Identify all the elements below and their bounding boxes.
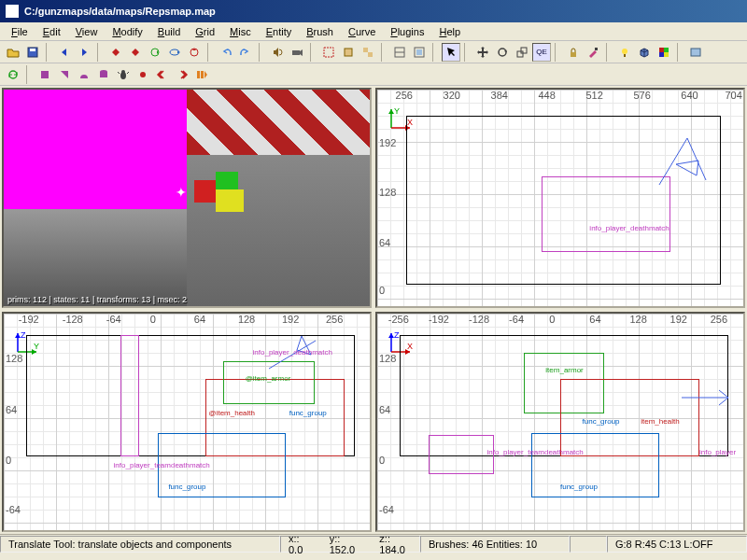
entity-label: info_player_teamdeathmatch [487,448,584,456]
region-xy-button[interactable] [359,43,377,62]
patch-bevel-button[interactable] [55,65,74,84]
lock-button[interactable] [564,43,583,62]
region-off-button[interactable] [339,43,358,62]
svg-rect-1 [30,49,35,51]
move-tool-button[interactable] [473,43,492,62]
camera-button[interactable] [288,43,306,62]
workspace: ✦ prims: 112 | states: 11 | transforms: … [0,86,747,534]
open-button[interactable] [4,43,22,62]
status-tool: Translate Tool: translate objects and co… [0,536,280,553]
grid-prev-button[interactable] [153,65,172,84]
svg-rect-8 [363,48,368,52]
menu-entity[interactable]: Entity [259,24,300,39]
svg-rect-34 [197,71,200,78]
entity-label: info_player_deathmatch [253,348,332,357]
save-button[interactable] [23,43,42,62]
flip-y-button[interactable] [126,43,145,62]
entity-label: func_group [168,483,205,491]
svg-rect-24 [664,52,669,57]
viewport-3d-perspective[interactable]: ✦ prims: 112 | states: 11 | transforms: … [2,88,372,308]
toolbar-separator [46,43,51,62]
menu-build[interactable]: Build [150,24,188,39]
svg-point-14 [499,49,506,56]
bug-icon[interactable] [114,65,133,84]
sound-button[interactable] [268,43,287,62]
patch-endcap-button[interactable] [75,65,93,84]
scale-tool-button[interactable] [513,43,531,62]
svg-rect-21 [659,48,664,52]
toolbar-separator [677,43,683,62]
secondary-toolbar [0,63,747,86]
svg-rect-9 [368,52,373,57]
undo-button[interactable] [217,43,235,62]
redo-button[interactable] [236,43,255,62]
menu-file[interactable]: File [4,24,35,39]
app-icon [6,5,19,18]
svg-line-31 [118,72,120,74]
nav-next-button[interactable] [75,43,93,62]
light-button[interactable] [615,43,634,62]
select-tool-button[interactable] [442,43,460,62]
menu-curve[interactable]: Curve [341,24,383,39]
status-bar: Translate Tool: translate objects and co… [0,534,747,553]
menu-plugins[interactable]: Plugins [383,24,431,39]
ruler-x: -192 -128 -64 0 64 128 192 256 [4,314,370,327]
qe-mode-button[interactable]: QE [532,43,551,62]
tex-lock-button[interactable] [390,43,409,62]
viewport-side-xz[interactable]: -256 -192 -128 -64 0 64 128 192 256 128 … [375,312,745,532]
color-button[interactable] [655,43,673,62]
toolbar-separator [26,65,32,84]
menu-help[interactable]: Help [431,24,468,39]
svg-rect-28 [100,72,107,77]
refresh-button[interactable] [4,65,22,84]
menu-brush[interactable]: Brush [299,24,341,39]
cube-button[interactable] [635,43,654,62]
nav-prev-button[interactable] [55,43,74,62]
paint-button[interactable] [584,43,602,62]
menu-grid[interactable]: Grid [188,24,222,39]
flip-x-button[interactable] [106,43,125,62]
config-button[interactable] [686,43,705,62]
persp-scene: ✦ [4,90,370,306]
entity-label: func_group [289,409,327,417]
toolbar-separator [310,43,316,62]
toolbar-separator [381,43,387,62]
rotate-x-button[interactable] [146,43,164,62]
play-button[interactable] [192,65,211,84]
menu-modify[interactable]: Modify [105,24,149,39]
entity-label: func_group [583,417,620,426]
svg-rect-7 [345,49,352,56]
patch-cap-button[interactable] [35,65,54,84]
entity-label: info_player_teamdeathmatch [114,461,210,469]
svg-rect-17 [571,52,576,57]
svg-rect-26 [41,71,49,78]
toolbar-separator [432,43,438,62]
menu-view[interactable]: View [68,24,106,39]
svg-rect-18 [595,48,598,50]
svg-rect-15 [517,51,523,57]
menu-misc[interactable]: Misc [222,24,259,39]
region-set-button[interactable] [319,43,338,62]
menu-edit[interactable]: Edit [35,24,68,39]
camera-icon [677,379,743,422]
grid-next-button[interactable] [173,65,191,84]
toolbar-separator [207,43,213,62]
dot-button[interactable] [134,65,152,84]
rotate-z-button[interactable] [185,43,204,62]
toolbar-separator [555,43,560,62]
rotate-tool-button[interactable] [493,43,512,62]
entity-label: func_group [560,483,598,491]
rotate-y-button[interactable] [165,43,184,62]
viewport-top-xy[interactable]: 256 320 384 448 512 576 640 704 192 128 … [375,88,745,308]
svg-text:Y: Y [394,106,400,116]
persp-stats: prims: 112 | states: 11 | transforms: 13… [7,295,187,304]
patch-cylinder-button[interactable] [94,65,113,84]
svg-rect-13 [416,49,422,55]
viewport-front-yz[interactable]: -192 -128 -64 0 64 128 192 256 128 64 0 … [2,312,372,532]
svg-rect-25 [691,49,700,56]
entity-label: item_armor [545,366,583,374]
svg-point-33 [140,72,146,77]
tex-fit-button[interactable] [410,43,429,62]
window-titlebar: C:/gunzmaps/data/maps/Repsmap.map [0,0,747,22]
camera-icon [641,129,732,237]
